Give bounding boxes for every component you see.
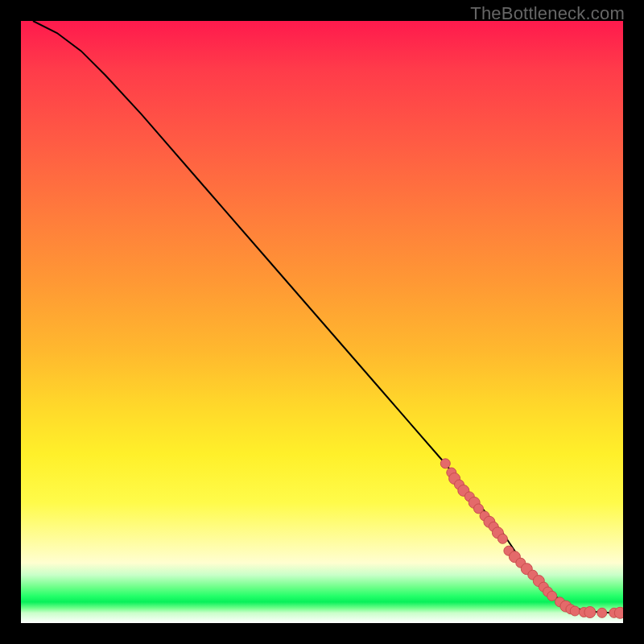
data-point xyxy=(570,606,580,616)
data-point xyxy=(497,534,507,543)
data-point xyxy=(597,608,607,617)
data-point xyxy=(584,607,596,618)
data-point xyxy=(614,607,623,618)
scatter-points xyxy=(440,459,623,619)
plot-area xyxy=(21,21,623,623)
chart-frame: TheBottleneck.com xyxy=(0,0,644,644)
chart-overlay xyxy=(21,21,623,623)
bottleneck-curve xyxy=(33,21,623,613)
data-point xyxy=(440,459,450,469)
